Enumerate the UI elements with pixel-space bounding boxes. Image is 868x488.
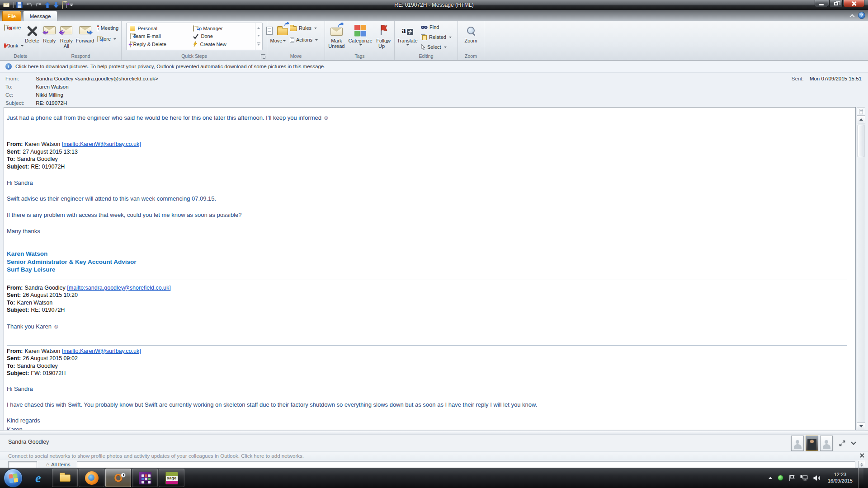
people-pane-splitter[interactable] (0, 430, 868, 435)
from-value: Sandra Goodley <sandra.goodley@shorefiel… (36, 76, 158, 81)
meeting-button[interactable]: Meeting (95, 23, 120, 33)
window-title: RE: 019072H - Message (HTML) (0, 2, 868, 8)
action-center-flag-icon[interactable] (789, 475, 795, 481)
taskbar-item-explorer[interactable] (52, 469, 78, 487)
reply-all-button[interactable]: Reply All (58, 22, 75, 52)
chevron-down-icon[interactable] (851, 440, 856, 445)
more-button[interactable]: More (95, 34, 120, 43)
to-label: To: (5, 84, 34, 89)
scrollbar-track[interactable] (857, 123, 865, 422)
mark-unread-button[interactable]: Mark Unread (326, 22, 347, 52)
tray-status-icon[interactable] (778, 475, 783, 481)
quick-step-done[interactable]: Done (193, 33, 253, 40)
window-controls (814, 0, 864, 7)
tab-all-items[interactable]: ⌂ All Items (46, 462, 70, 467)
qat-customize-dropdown-icon[interactable] (70, 4, 73, 6)
avatar[interactable] (806, 436, 818, 451)
taskbar-item-outlook[interactable]: O (105, 469, 131, 487)
mailto-link[interactable]: [mailto:KarenW@surfbay.co.uk] (62, 141, 141, 147)
related-button[interactable]: Related (419, 33, 454, 42)
taskbar-item-firefox[interactable] (79, 469, 104, 487)
close-icon[interactable] (860, 453, 864, 458)
mailto-link[interactable]: [mailto:KarenW@surfbay.co.uk] (62, 348, 141, 354)
outlook-message-window: RE: 019072H - Message (HTML) File Messag… (0, 0, 868, 488)
chevron-down-icon (406, 44, 409, 46)
network-icon[interactable] (800, 475, 808, 481)
delete-button[interactable]: Delete (25, 22, 39, 52)
redo-icon[interactable] (35, 2, 42, 8)
start-button[interactable] (4, 469, 23, 488)
divider (7, 345, 847, 346)
download-pictures-infobar[interactable]: i Click here to download pictures. To he… (0, 61, 868, 73)
quick-steps-scroll[interactable] (255, 23, 262, 50)
forward-button[interactable]: Forward (75, 22, 95, 52)
translate-icon: a (401, 23, 413, 38)
social-connect-bar[interactable]: Connect to social networks to show profi… (0, 451, 868, 460)
taskbar-item-internet-explorer[interactable]: e (25, 469, 51, 487)
delete-label: Delete (25, 38, 39, 43)
q-from-label: From: (7, 285, 23, 291)
zoom-button[interactable]: Zoom (460, 22, 482, 52)
windows-taskbar: e O sage 12:23 16/09/2015 (0, 468, 868, 488)
quick-step-team-email[interactable]: Team E-mail (130, 33, 190, 40)
restore-button[interactable] (829, 0, 843, 7)
tab-file[interactable]: File (2, 11, 21, 21)
avatar[interactable] (820, 436, 833, 451)
tab-message[interactable]: Message (23, 11, 57, 21)
people-pane-avatars (791, 436, 857, 451)
mailto-link[interactable]: [mailto:sandra.goodley@shorefield.co.uk] (67, 285, 170, 291)
scroll-up-button[interactable] (857, 116, 865, 123)
scroll-up-icon (859, 118, 863, 121)
undo-icon[interactable] (26, 2, 32, 8)
q-from-value: Karen Watson (24, 348, 60, 354)
next-item-icon[interactable] (53, 2, 59, 8)
scrollbar-thumb[interactable] (858, 125, 864, 157)
header-sent-row: Sent: Mon 07/09/2015 15:51 (792, 76, 862, 81)
show-hidden-icons-icon[interactable] (769, 477, 772, 479)
select-button[interactable]: Select (419, 42, 454, 52)
ignore-button[interactable]: Ignore (2, 23, 25, 32)
collapse-ribbon-icon[interactable] (849, 14, 854, 19)
dialog-launcher-icon[interactable] (261, 54, 265, 59)
q-to-value: Sandra Goodley (17, 156, 58, 162)
reply-button[interactable]: Reply (41, 22, 58, 52)
help-icon[interactable]: ? (858, 12, 865, 19)
translate-button[interactable]: a Translate (396, 22, 419, 52)
close-button[interactable] (844, 0, 864, 7)
follow-up-label: Follow Up (376, 38, 391, 49)
document-icon[interactable] (857, 107, 865, 116)
move-button[interactable]: Move (268, 22, 288, 52)
expand-people-pane-icon[interactable] (839, 440, 845, 446)
taskbar-item-app[interactable] (132, 469, 158, 487)
follow-up-button[interactable]: Follow Up (373, 22, 393, 52)
quick-step-personal[interactable]: Personal (130, 25, 190, 32)
quick-step-reply-delete[interactable]: Reply & Delete (130, 41, 190, 47)
outlook-icon: O (114, 472, 123, 484)
quick-step-create-new[interactable]: Create New (193, 41, 253, 47)
scroll-down-button[interactable] (857, 422, 865, 430)
minimize-button[interactable] (815, 0, 828, 7)
group-label-quick-steps: Quick Steps (123, 53, 266, 60)
send-receive-icon[interactable] (62, 1, 63, 9)
title-bar: RE: 019072H - Message (HTML) (0, 0, 868, 10)
taskbar-clock[interactable]: 12:23 16/09/2015 (828, 472, 853, 484)
previous-item-icon[interactable] (45, 2, 50, 8)
quick-step-to-manager[interactable]: To Manager (193, 25, 253, 32)
junk-button[interactable]: Junk (2, 41, 25, 50)
rules-button[interactable]: Rules (288, 23, 322, 33)
team-email-icon (130, 33, 131, 39)
avatar[interactable] (791, 436, 804, 451)
spinner-control[interactable] (858, 461, 865, 468)
save-icon[interactable] (16, 2, 23, 8)
show-desktop-button[interactable] (858, 468, 863, 488)
categorize-button[interactable]: Categorize (347, 22, 373, 52)
related-label: Related (429, 34, 446, 40)
message-body[interactable]: Just had a phone call from the engineer … (4, 107, 856, 430)
actions-button[interactable]: Actions (288, 35, 322, 44)
forward-label: Forward (76, 38, 94, 43)
taskbar-item-sage[interactable]: sage (159, 469, 184, 487)
speaker-icon[interactable] (813, 475, 821, 481)
find-button[interactable]: Find (419, 23, 454, 32)
body-paragraph: I have chased this with Swift. You proba… (7, 401, 847, 408)
header-from-row: From: Sandra Goodley <sandra.goodley@sho… (5, 76, 158, 81)
